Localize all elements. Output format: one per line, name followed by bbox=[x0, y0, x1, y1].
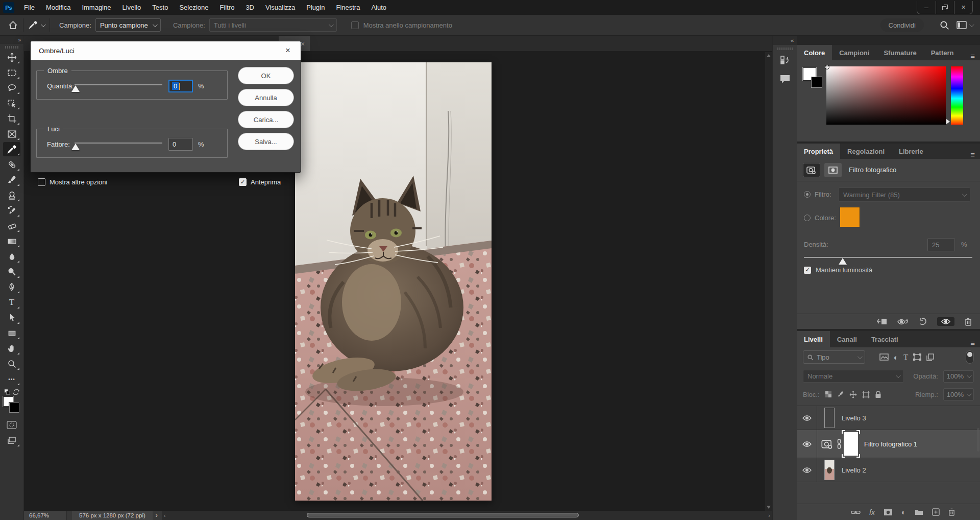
new-group-icon[interactable] bbox=[915, 509, 923, 515]
menu-modifica[interactable]: Modifica bbox=[40, 0, 76, 15]
menu-visualizza[interactable]: Visualizza bbox=[260, 0, 301, 15]
tab-proprieta[interactable]: Proprietà bbox=[797, 144, 840, 159]
adjustment-layer-button[interactable] bbox=[803, 163, 820, 177]
lock-all-icon[interactable] bbox=[875, 391, 881, 398]
tab-campioni[interactable]: Campioni bbox=[832, 45, 876, 60]
quick-mask-button[interactable] bbox=[3, 418, 20, 432]
menu-3d[interactable]: 3D bbox=[240, 0, 260, 15]
menu-livello[interactable]: Livello bbox=[116, 0, 146, 15]
strip-grip[interactable] bbox=[777, 48, 793, 50]
tab-livelli[interactable]: Livelli bbox=[797, 331, 830, 347]
tab-sfumature[interactable]: Sfumature bbox=[876, 45, 923, 60]
crop-tool[interactable] bbox=[3, 111, 20, 126]
save-button[interactable]: Salva... bbox=[238, 133, 294, 150]
delete-icon[interactable] bbox=[965, 318, 972, 326]
search-icon[interactable] bbox=[939, 20, 949, 30]
restore-button[interactable] bbox=[936, 1, 954, 14]
panel-menu-icon[interactable]: ≡ bbox=[965, 150, 980, 159]
edit-toolbar-button[interactable]: ••• bbox=[3, 372, 20, 386]
eyedropper-tool[interactable] bbox=[3, 142, 20, 156]
filter-type-layers-icon[interactable]: T bbox=[903, 353, 908, 362]
layer-visibility-toggle[interactable] bbox=[797, 458, 817, 482]
canvas-horizontal-scrollbar[interactable]: ‹ › bbox=[162, 511, 772, 520]
hue-slider[interactable] bbox=[951, 66, 963, 125]
layer-mask-thumbnail[interactable] bbox=[844, 432, 858, 456]
background-color-swatch[interactable] bbox=[9, 403, 19, 413]
menu-finestra[interactable]: Finestra bbox=[330, 0, 365, 15]
add-mask-icon[interactable] bbox=[884, 509, 893, 516]
close-button[interactable]: × bbox=[954, 1, 972, 14]
layer-name[interactable]: Filtro fotografico 1 bbox=[864, 440, 917, 448]
horizontal-scroll-thumb[interactable] bbox=[307, 513, 579, 517]
view-previous-state-icon[interactable] bbox=[897, 318, 909, 325]
collapse-panels-button[interactable]: « bbox=[773, 36, 797, 45]
sample-mode-dropdown[interactable]: Punto campione bbox=[95, 18, 161, 32]
add-adjustment-icon[interactable]: ◐ bbox=[901, 508, 906, 516]
zoom-tool[interactable] bbox=[3, 357, 20, 371]
type-tool[interactable]: T bbox=[3, 295, 20, 310]
menu-plugin[interactable]: Plugin bbox=[301, 0, 330, 15]
preview-checkbox[interactable]: ✓ bbox=[239, 178, 247, 186]
menu-file[interactable]: File bbox=[18, 0, 40, 15]
document-image[interactable] bbox=[295, 62, 492, 501]
dodge-tool[interactable] bbox=[3, 265, 20, 279]
lock-transparency-icon[interactable] bbox=[825, 391, 832, 398]
menu-aiuto[interactable]: Aiuto bbox=[365, 0, 392, 15]
canvas-vertical-scrollbar[interactable] bbox=[765, 52, 772, 511]
history-brush-tool[interactable] bbox=[3, 203, 20, 218]
layer-name[interactable]: Livello 2 bbox=[842, 466, 866, 474]
reset-icon[interactable] bbox=[919, 318, 927, 325]
foreground-background-colors[interactable] bbox=[3, 396, 20, 414]
layer-row-livello-2[interactable]: Livello 2 bbox=[797, 458, 980, 482]
slider-track[interactable] bbox=[75, 84, 162, 85]
minimize-button[interactable]: – bbox=[917, 1, 936, 14]
marquee-tool[interactable] bbox=[3, 65, 20, 80]
highlights-amount-input[interactable]: 0 bbox=[168, 138, 193, 151]
clip-to-layer-icon[interactable] bbox=[877, 318, 887, 325]
shadows-amount-input[interactable]: 0 bbox=[168, 80, 193, 92]
layer-visibility-toggle[interactable] bbox=[797, 406, 817, 430]
new-layer-icon[interactable] bbox=[932, 508, 940, 516]
toolbar-collapse[interactable]: » bbox=[0, 36, 23, 44]
eraser-tool[interactable] bbox=[3, 219, 20, 233]
home-button[interactable] bbox=[8, 20, 18, 30]
mask-link-icon[interactable] bbox=[837, 439, 842, 449]
preserve-luminosity-checkbox[interactable]: ✓ bbox=[804, 267, 811, 274]
layer-row-livello-3[interactable]: Livello 3 bbox=[797, 406, 980, 430]
share-button[interactable]: Condividi bbox=[880, 18, 924, 32]
gradient-tool[interactable] bbox=[3, 234, 20, 248]
tab-regolazioni[interactable]: Regolazioni bbox=[840, 144, 892, 159]
layer-visibility-toggle[interactable] bbox=[797, 430, 817, 458]
scroll-up-icon[interactable] bbox=[767, 54, 771, 57]
tool-preset-button[interactable] bbox=[29, 20, 44, 30]
version-history-button[interactable] bbox=[776, 53, 794, 68]
saturation-brightness-field[interactable] bbox=[826, 66, 946, 125]
slider-thumb[interactable] bbox=[71, 144, 80, 150]
clone-stamp-tool[interactable] bbox=[3, 188, 20, 202]
lock-pixels-icon[interactable] bbox=[837, 391, 844, 398]
blur-tool[interactable] bbox=[3, 249, 20, 264]
filter-pixel-layers-icon[interactable] bbox=[879, 353, 889, 361]
dialog-close-icon[interactable]: × bbox=[283, 45, 292, 56]
status-expand-icon[interactable]: › bbox=[156, 512, 158, 519]
pen-tool[interactable] bbox=[3, 280, 20, 294]
panel-menu-icon[interactable]: ≡ bbox=[965, 52, 980, 60]
layer-thumbnail[interactable] bbox=[824, 408, 835, 428]
lasso-tool[interactable] bbox=[3, 81, 20, 95]
swap-colors-icon[interactable] bbox=[13, 389, 19, 395]
layer-name[interactable]: Livello 3 bbox=[842, 414, 866, 422]
workspace-switcher[interactable] bbox=[957, 21, 973, 29]
frame-tool[interactable] bbox=[3, 127, 20, 141]
menu-testo[interactable]: Testo bbox=[146, 0, 174, 15]
highlights-amount-slider[interactable] bbox=[75, 139, 162, 150]
lock-artboard-icon[interactable] bbox=[862, 391, 870, 398]
color-field-marker[interactable] bbox=[825, 65, 829, 69]
shape-tool[interactable] bbox=[3, 326, 20, 340]
menu-immagine[interactable]: Immagine bbox=[76, 0, 116, 15]
filter-adjustment-layers-icon[interactable]: ◐ bbox=[894, 353, 898, 362]
toolbar-grip[interactable] bbox=[5, 46, 18, 49]
default-colors-icon[interactable] bbox=[4, 389, 11, 395]
path-selection-tool[interactable] bbox=[3, 311, 20, 325]
delete-layer-icon[interactable] bbox=[948, 508, 955, 516]
menu-selezione[interactable]: Selezione bbox=[174, 0, 214, 15]
